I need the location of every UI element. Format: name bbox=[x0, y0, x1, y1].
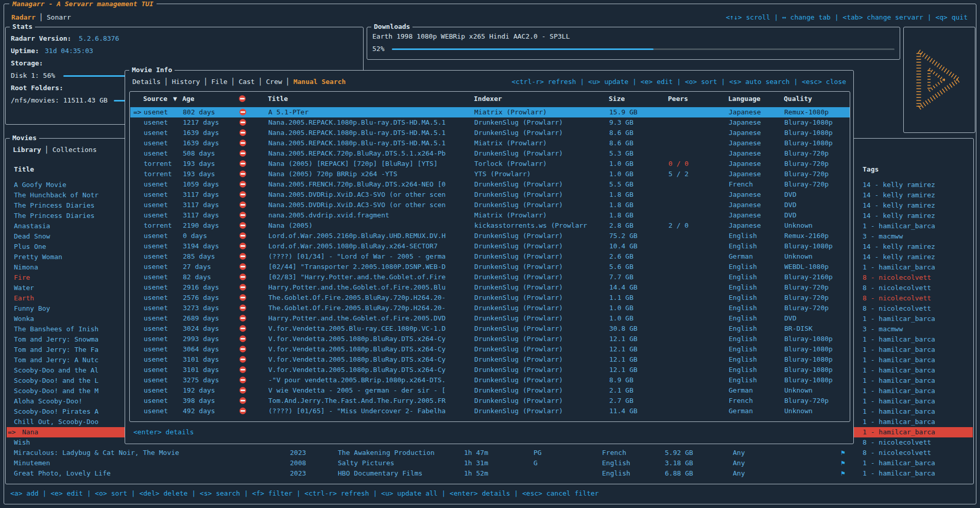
release-size: 10.4 GB bbox=[609, 241, 661, 251]
rejection-icon bbox=[239, 284, 246, 291]
release-row[interactable]: usenet285 days(????) [01/34] - "Lord of … bbox=[130, 251, 850, 262]
release-age: 3024 days bbox=[183, 324, 237, 334]
release-language: English bbox=[729, 324, 782, 334]
release-row[interactable]: usenet1059 daysNana.2005.FRENCH.720p.Blu… bbox=[130, 179, 850, 190]
release-size: 12.1 GB bbox=[609, 334, 661, 344]
release-indexer: DrunkenSlug (Prowlarr) bbox=[474, 324, 607, 334]
release-quality: Bluray-1080p bbox=[784, 375, 849, 385]
release-row[interactable]: usenet3194 daysLord.of.War.2005.1080p.Bl… bbox=[130, 241, 850, 251]
release-row[interactable]: torrent193 daysNana (2005) 720p BRRip x2… bbox=[130, 169, 850, 179]
tab-radarr[interactable]: Radarr bbox=[11, 13, 36, 21]
release-row[interactable]: usenet1639 daysNana.2005.REPACK.1080p.Bl… bbox=[130, 138, 850, 148]
tab-details[interactable]: Details bbox=[132, 78, 161, 86]
release-row[interactable]: usenet3101 daysV.for.Vendetta.2005.1080p… bbox=[130, 365, 850, 375]
tab-crew[interactable]: Crew bbox=[266, 78, 282, 86]
tab-separator: │ bbox=[200, 78, 211, 86]
movie-row[interactable]: Minutemen2008Salty Pictures1h 31mGEnglis… bbox=[7, 458, 973, 468]
release-age: 3101 days bbox=[183, 365, 237, 375]
rejection-icon bbox=[239, 397, 246, 404]
release-row[interactable]: usenet2689 daysHarry.Potter.and.the.Gobl… bbox=[130, 313, 850, 324]
release-row[interactable]: usenet0 daysLord.of.War.2005.2160p.BluRa… bbox=[130, 231, 850, 241]
release-row[interactable]: usenet3273 daysThe.Goblet.Of.Fire.2005.B… bbox=[130, 303, 850, 313]
release-row[interactable]: usenet3117 daysNana.2005.DVDRip.XviD.AC3… bbox=[130, 200, 850, 210]
release-indexer: DrunkenSlug (Prowlarr) bbox=[474, 293, 607, 303]
release-title: (????) [01/65] - "Miss Undercover 2- Fab… bbox=[268, 406, 472, 416]
release-language: German bbox=[729, 385, 782, 396]
release-quality: Bluray-2160p bbox=[784, 272, 849, 282]
movie-row[interactable]: Great Photo, Lovely Life2023HBO Document… bbox=[7, 468, 973, 479]
release-title: Nana.2005.DVDRip.XviD.AC3-SVO (or other … bbox=[268, 200, 472, 210]
release-row[interactable]: usenet3064 daysV.for.Vendetta.2005.1080p… bbox=[130, 344, 850, 354]
release-age: 3101 days bbox=[183, 354, 237, 365]
release-title: Nana (2005) 720p BRRip x264 -YTS bbox=[268, 169, 472, 179]
release-indexer: DrunkenSlug (Prowlarr) bbox=[474, 117, 607, 128]
root-folder-value: /nfs/movies: 11511.43 GB bbox=[11, 95, 108, 106]
release-row[interactable]: usenet508 daysNana.2005.REPACK.720p.BluR… bbox=[130, 148, 850, 159]
release-source: torrent bbox=[144, 169, 181, 179]
movie-row[interactable]: Miraculous: Ladybug & Cat Noir, The Movi… bbox=[7, 448, 973, 458]
release-row[interactable]: usenet2916 daysHarry.Potter.and.the.Gobl… bbox=[130, 282, 850, 293]
movie-tag: 8 - nicolecolvett bbox=[863, 293, 973, 303]
release-row[interactable]: usenet1217 daysNana.2005.REPACK.1080p.Bl… bbox=[130, 117, 850, 128]
rejection-icon bbox=[239, 160, 246, 167]
rejection-icon bbox=[239, 253, 246, 260]
rejection-icon bbox=[239, 263, 246, 270]
releases-table: Source ▼ Age Title Indexer Size Peers La… bbox=[129, 91, 850, 422]
release-indexer: DrunkenSlug (Prowlarr) bbox=[474, 365, 607, 375]
release-quality: Bluray-1080p bbox=[784, 365, 849, 375]
release-source: torrent bbox=[144, 221, 181, 231]
release-peers bbox=[668, 190, 726, 200]
release-row[interactable]: usenet492 days(????) [01/65] - "Miss Und… bbox=[130, 406, 850, 416]
movie-tag: 1 - hamilcar_barca bbox=[863, 407, 973, 417]
release-row[interactable]: usenet398 daysTom.And.Jerry.The.Fast.And… bbox=[130, 396, 850, 406]
release-indexer: DrunkenSlug (Prowlarr) bbox=[474, 262, 607, 272]
release-row[interactable]: usenet2576 daysThe.Goblet.Of.Fire.2005.B… bbox=[130, 293, 850, 303]
rejection-icon bbox=[239, 243, 246, 249]
release-quality: Unknown bbox=[784, 251, 849, 262]
release-row[interactable]: usenet2993 daysV.for.Vendetta.2005.1080p… bbox=[130, 334, 850, 344]
release-size: 2.1 GB bbox=[609, 385, 661, 396]
release-row[interactable]: usenet27 days[02/44] "Transporter 2.2005… bbox=[130, 262, 850, 272]
tab-cast[interactable]: Cast bbox=[238, 78, 254, 86]
release-age: 1639 days bbox=[183, 138, 237, 148]
tab-sonarr[interactable]: Sonarr bbox=[47, 13, 71, 21]
release-row[interactable]: usenet192 daysV wie Vendetta - 2005 - ge… bbox=[130, 385, 850, 396]
release-row[interactable]: torrent193 daysNana (2005) [REPACK] [720… bbox=[130, 159, 850, 169]
release-row[interactable]: usenet3101 daysV.for.Vendetta.2005.1080p… bbox=[130, 354, 850, 365]
release-title: V.for.Vendetta.2005.Blu-ray.CEE.1080p.VC… bbox=[268, 324, 472, 334]
release-size: 1.0 GB bbox=[609, 169, 661, 179]
release-title: V wie Vendetta - 2005 - german - der sir… bbox=[268, 385, 472, 396]
release-source: usenet bbox=[144, 251, 181, 262]
tab-file[interactable]: File bbox=[211, 78, 227, 86]
release-row[interactable]: usenet3275 days-"V pour vendetta.2005.BR… bbox=[130, 375, 850, 385]
release-size: 1.8 GB bbox=[609, 200, 661, 210]
release-title: V.for.Vendetta.2005.1080p.BluRay.DTS.x26… bbox=[268, 344, 472, 354]
movie-info-tabs: Details│History│File│Cast│Crew│Manual Se… bbox=[132, 77, 346, 87]
tab-separator: │ bbox=[228, 78, 239, 86]
download-item[interactable]: Earth 1998 1080p WEBRip x265 Hindi AAC2.… bbox=[372, 31, 892, 42]
release-title: Lord.of.War.2005.2160p.BluRay.UHD.REMUX.… bbox=[268, 231, 472, 241]
managarr-logo-icon bbox=[913, 45, 966, 114]
release-row[interactable]: usenet3117 daysnana.2005.dvdrip.xvid.fra… bbox=[130, 210, 850, 221]
movie-min-availability: Any bbox=[733, 448, 795, 458]
release-peers bbox=[668, 282, 726, 293]
release-quality: Bluray-1080p bbox=[784, 241, 849, 251]
tab-history[interactable]: History bbox=[172, 78, 200, 86]
release-language: English bbox=[729, 293, 782, 303]
release-peers bbox=[668, 107, 726, 117]
release-row[interactable]: torrent2190 daysNana (2005)kickasstorren… bbox=[130, 221, 850, 231]
movie-tag: 1 - hamilcar_barca bbox=[863, 314, 973, 324]
release-row[interactable]: usenet82 days[02/83] "Harry.Potter.and.t… bbox=[130, 272, 850, 282]
movie-selection-arrow: => bbox=[8, 427, 21, 437]
release-row[interactable]: usenet3024 daysV.for.Vendetta.2005.Blu-r… bbox=[130, 324, 850, 334]
release-language: Japanese bbox=[729, 107, 782, 117]
release-row[interactable]: =>usenet802 daysA 5.1-PTerMiatrix (Prowl… bbox=[130, 107, 850, 117]
tab-manual-search[interactable]: Manual Search bbox=[294, 78, 346, 86]
release-row[interactable]: usenet1639 daysNana.2005.REPACK.1080p.Bl… bbox=[130, 128, 850, 138]
release-peers bbox=[668, 262, 726, 272]
rejection-icon bbox=[239, 335, 246, 342]
bottom-keybinds: <a> add | <e> edit | <o> sort | <del> de… bbox=[10, 488, 599, 499]
release-row[interactable]: usenet3117 daysNana.2005.DVDRip.XviD.AC3… bbox=[130, 190, 850, 200]
release-size: 11.4 GB bbox=[609, 406, 661, 416]
rejection-icon bbox=[239, 201, 246, 208]
